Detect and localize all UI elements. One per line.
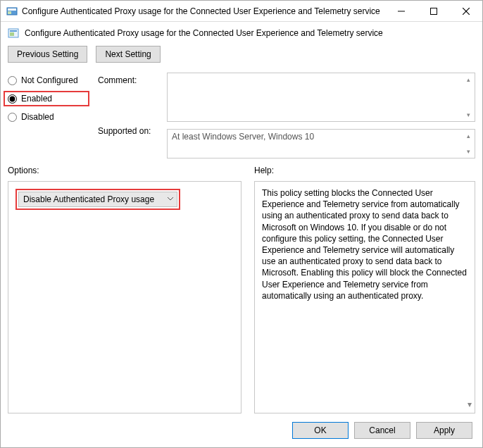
options-dropdown[interactable]: Disable Authenticated Proxy usage bbox=[18, 192, 177, 207]
help-column: Help: This policy setting blocks the Con… bbox=[254, 166, 475, 413]
chevron-down-icon bbox=[167, 194, 174, 204]
supported-label: Supported on: bbox=[98, 122, 154, 136]
ok-button[interactable]: OK bbox=[292, 422, 349, 439]
minimize-button[interactable] bbox=[385, 1, 418, 22]
options-column: Options: Disable Authenticated Proxy usa… bbox=[8, 166, 242, 413]
apply-button[interactable]: Apply bbox=[416, 422, 472, 439]
radio-not-configured[interactable]: Not Configured bbox=[8, 75, 85, 85]
help-label: Help: bbox=[254, 166, 475, 181]
close-button[interactable] bbox=[450, 1, 482, 22]
options-dropdown-highlight: Disable Authenticated Proxy usage bbox=[15, 189, 180, 210]
options-dropdown-value: Disable Authenticated Proxy usage bbox=[23, 194, 154, 204]
radio-not-configured-label: Not Configured bbox=[21, 75, 78, 85]
policy-icon bbox=[8, 27, 19, 39]
maximize-button[interactable] bbox=[418, 1, 450, 22]
field-labels: Comment: Supported on: bbox=[98, 73, 154, 158]
previous-setting-button[interactable]: Previous Setting bbox=[8, 46, 87, 63]
radio-disabled-label: Disabled bbox=[21, 112, 54, 122]
scroll-down-icon: ▾ bbox=[463, 147, 473, 156]
comment-label: Comment: bbox=[98, 73, 154, 122]
scroll-up-icon: ▴ bbox=[463, 75, 473, 85]
options-panel: Disable Authenticated Proxy usage bbox=[8, 181, 242, 413]
dialog-footer: OK Cancel Apply bbox=[1, 413, 482, 447]
field-values: ▴ ▾ At least Windows Server, Windows 10 … bbox=[167, 73, 475, 158]
state-radio-group: Not Configured Enabled Disabled bbox=[8, 73, 85, 158]
scroll-up-icon: ▴ bbox=[463, 131, 473, 141]
policy-header: Configure Authenticated Proxy usage for … bbox=[1, 22, 482, 46]
options-label: Options: bbox=[8, 166, 242, 181]
help-text: This policy setting blocks the Connected… bbox=[262, 188, 467, 301]
next-setting-button[interactable]: Next Setting bbox=[96, 46, 160, 63]
scroll-down-icon: ▾ bbox=[463, 110, 473, 120]
config-area: Not Configured Enabled Disabled Comment:… bbox=[1, 73, 482, 166]
svg-rect-4 bbox=[431, 8, 437, 14]
supported-on-text: At least Windows Server, Windows 10 bbox=[172, 132, 314, 142]
nav-row: Previous Setting Next Setting bbox=[1, 46, 482, 73]
radio-enabled[interactable]: Enabled bbox=[4, 91, 89, 106]
window-title: Configure Authenticated Proxy usage for … bbox=[22, 6, 385, 16]
radio-not-configured-input[interactable] bbox=[8, 76, 17, 85]
lower-area: Options: Disable Authenticated Proxy usa… bbox=[1, 166, 482, 413]
svg-rect-8 bbox=[10, 30, 17, 32]
supported-on-box: At least Windows Server, Windows 10 ▴ ▾ bbox=[167, 129, 475, 158]
cancel-button[interactable]: Cancel bbox=[354, 422, 410, 439]
radio-enabled-input[interactable] bbox=[8, 94, 17, 104]
app-icon bbox=[6, 6, 18, 17]
help-panel: This policy setting blocks the Connected… bbox=[254, 181, 475, 413]
policy-title-text: Configure Authenticated Proxy usage for … bbox=[25, 28, 383, 38]
svg-rect-2 bbox=[8, 11, 11, 14]
titlebar: Configure Authenticated Proxy usage for … bbox=[1, 1, 482, 22]
radio-disabled[interactable]: Disabled bbox=[8, 112, 85, 122]
comment-textarea[interactable]: ▴ ▾ bbox=[167, 73, 475, 122]
svg-rect-1 bbox=[8, 8, 16, 11]
dialog-window: Configure Authenticated Proxy usage for … bbox=[0, 0, 483, 448]
radio-disabled-input[interactable] bbox=[8, 113, 17, 122]
scroll-down-icon: ▾ bbox=[468, 399, 472, 410]
radio-enabled-label: Enabled bbox=[21, 94, 52, 104]
svg-rect-9 bbox=[10, 32, 14, 36]
